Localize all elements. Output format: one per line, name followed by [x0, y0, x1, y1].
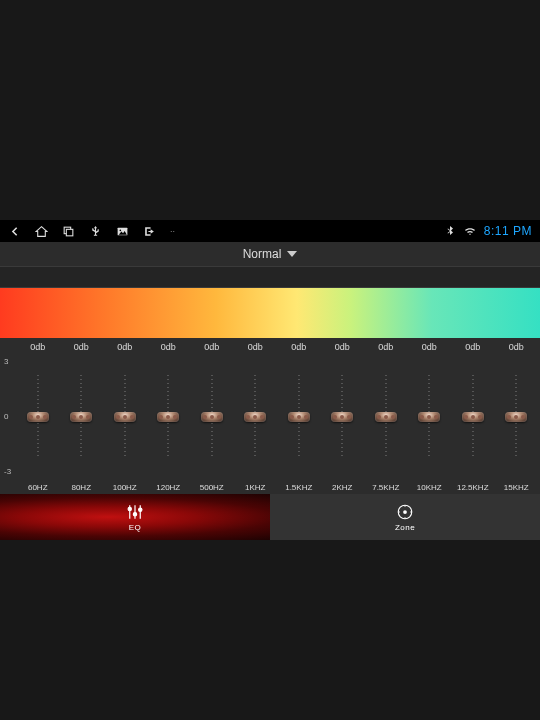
eq-band: 0db10KHZ	[408, 338, 452, 494]
tab-eq[interactable]: EQ	[0, 494, 270, 540]
band-freq-label: 60HZ	[28, 480, 48, 494]
nav-controls: ··	[8, 225, 175, 238]
status-indicators: 8:11 PM	[444, 224, 532, 238]
band-freq-label: 10KHZ	[417, 480, 442, 494]
slider-thumb[interactable]	[201, 412, 223, 422]
eq-band: 0db80HZ	[60, 338, 104, 494]
preset-selector[interactable]: Normal	[0, 242, 540, 266]
exit-button[interactable]	[143, 225, 156, 238]
slider-thumb[interactable]	[331, 412, 353, 422]
more-indicator: ··	[170, 226, 175, 236]
svg-point-9	[139, 508, 142, 511]
band-slider[interactable]	[277, 354, 321, 480]
eq-band: 0db1KHZ	[234, 338, 278, 494]
band-slider[interactable]	[103, 354, 147, 480]
band-freq-label: 15KHZ	[504, 480, 529, 494]
recent-icon	[62, 225, 75, 238]
eq-band: 0db100HZ	[103, 338, 147, 494]
band-db-label: 0db	[335, 342, 350, 354]
eq-band: 0db12.5KHZ	[451, 338, 495, 494]
band-slider[interactable]	[321, 354, 365, 480]
band-slider[interactable]	[234, 354, 278, 480]
wifi-icon	[464, 225, 476, 237]
home-button[interactable]	[35, 225, 48, 238]
band-freq-label: 1KHZ	[245, 480, 265, 494]
image-icon	[116, 225, 129, 238]
slider-thumb[interactable]	[157, 412, 179, 422]
band-freq-label: 12.5KHZ	[457, 480, 489, 494]
band-db-label: 0db	[509, 342, 524, 354]
svg-point-15	[410, 511, 412, 513]
band-db-label: 0db	[161, 342, 176, 354]
slider-thumb[interactable]	[505, 412, 527, 422]
equalizer-app: ·· 8:11 PM Normal 3 0 -3 0db60HZ0db80HZ0…	[0, 220, 540, 540]
eq-band: 0db1.5KHZ	[277, 338, 321, 494]
equalizer-bands: 3 0 -3 0db60HZ0db80HZ0db100HZ0db120HZ0db…	[0, 338, 540, 494]
svg-point-7	[133, 512, 136, 515]
band-db-label: 0db	[248, 342, 263, 354]
svg-rect-1	[66, 229, 73, 236]
back-icon	[8, 225, 21, 238]
band-slider[interactable]	[408, 354, 452, 480]
back-button[interactable]	[8, 225, 21, 238]
eq-band: 0db15KHZ	[495, 338, 539, 494]
exit-icon	[143, 225, 156, 238]
scale-min: -3	[4, 468, 16, 476]
slider-thumb[interactable]	[27, 412, 49, 422]
band-freq-label: 7.5KHZ	[372, 480, 399, 494]
status-bar: ·· 8:11 PM	[0, 220, 540, 242]
chevron-down-icon	[287, 251, 297, 257]
band-slider[interactable]	[451, 354, 495, 480]
band-db-label: 0db	[117, 342, 132, 354]
band-freq-label: 500HZ	[200, 480, 224, 494]
preset-label: Normal	[243, 247, 282, 261]
slider-thumb[interactable]	[418, 412, 440, 422]
spectrum-gradient	[0, 288, 540, 338]
scale-mid: 0	[4, 413, 16, 421]
band-db-label: 0db	[378, 342, 393, 354]
svg-point-12	[404, 505, 406, 507]
band-slider[interactable]	[364, 354, 408, 480]
band-db-label: 0db	[291, 342, 306, 354]
bottom-tabs: EQ Zone	[0, 494, 540, 540]
band-freq-label: 1.5KHZ	[285, 480, 312, 494]
band-db-label: 0db	[465, 342, 480, 354]
slider-thumb[interactable]	[114, 412, 136, 422]
band-slider[interactable]	[147, 354, 191, 480]
usb-icon	[89, 225, 102, 238]
tab-zone[interactable]: Zone	[270, 494, 540, 540]
eq-band: 0db60HZ	[16, 338, 60, 494]
band-freq-label: 100HZ	[113, 480, 137, 494]
band-db-label: 0db	[204, 342, 219, 354]
image-button[interactable]	[116, 225, 129, 238]
slider-thumb[interactable]	[288, 412, 310, 422]
slider-thumb[interactable]	[244, 412, 266, 422]
band-db-label: 0db	[30, 342, 45, 354]
band-slider[interactable]	[60, 354, 104, 480]
eq-band: 0db500HZ	[190, 338, 234, 494]
svg-point-14	[398, 511, 400, 513]
gain-scale: 3 0 -3	[2, 338, 16, 494]
home-icon	[35, 225, 48, 238]
recent-button[interactable]	[62, 225, 75, 238]
usb-button[interactable]	[89, 225, 102, 238]
svg-point-5	[128, 507, 131, 510]
slider-thumb[interactable]	[462, 412, 484, 422]
band-freq-label: 2KHZ	[332, 480, 352, 494]
tab-zone-label: Zone	[395, 523, 415, 532]
band-slider[interactable]	[495, 354, 539, 480]
tab-eq-label: EQ	[129, 523, 142, 532]
slider-thumb[interactable]	[70, 412, 92, 422]
eq-band: 0db2KHZ	[321, 338, 365, 494]
band-slider[interactable]	[190, 354, 234, 480]
slider-thumb[interactable]	[375, 412, 397, 422]
bluetooth-icon	[444, 225, 456, 237]
band-freq-label: 80HZ	[71, 480, 91, 494]
eq-band: 0db120HZ	[147, 338, 191, 494]
band-db-label: 0db	[422, 342, 437, 354]
svg-point-11	[403, 510, 407, 514]
response-curve	[0, 266, 540, 288]
band-slider[interactable]	[16, 354, 60, 480]
svg-point-13	[404, 517, 406, 519]
eq-band: 0db7.5KHZ	[364, 338, 408, 494]
